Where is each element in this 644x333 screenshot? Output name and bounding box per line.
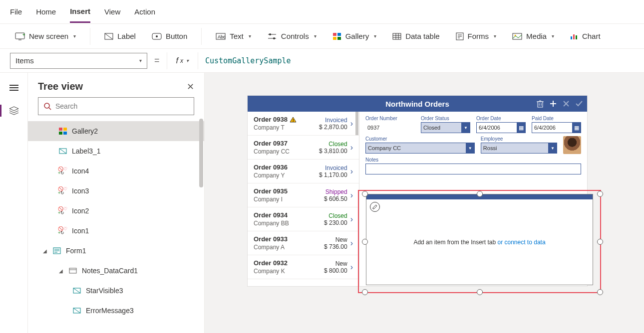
tree-search-box[interactable] xyxy=(38,97,194,115)
chart-button[interactable]: Chart xyxy=(565,28,606,44)
tab-insert[interactable]: Insert xyxy=(70,1,90,23)
order-company: Company K xyxy=(254,268,324,275)
order-company: Company T xyxy=(254,124,319,131)
tree-node-notes-datacard[interactable]: ◢Notes_DataCard1 xyxy=(28,261,204,281)
order-row[interactable]: Order 0932 Company KNew$ 800.00› xyxy=(248,255,359,279)
orders-gallery[interactable]: Order 0938 !Company TInvoiced$ 2,870.00›… xyxy=(248,112,359,286)
data-table-button[interactable]: Data table xyxy=(387,28,444,44)
employee-dropdown[interactable]: Rossi xyxy=(481,143,557,154)
formula-input[interactable]: CustomGallerySample xyxy=(205,56,291,65)
label-icon xyxy=(104,32,113,40)
tab-home[interactable]: Home xyxy=(36,1,56,22)
tree-node-icon3[interactable]: 🚫♡+↻Icon3 xyxy=(28,181,204,201)
order-company: Company A xyxy=(254,244,324,251)
employee-label: Employee xyxy=(481,136,557,142)
chart-label: Chart xyxy=(582,32,601,40)
order-price: $ 800.00 xyxy=(324,267,347,274)
canvas[interactable]: Northwind Orders Order 0938 !Company TIn… xyxy=(205,73,644,333)
order-status: New xyxy=(324,260,347,267)
property-dropdown[interactable]: Items ▾ xyxy=(10,53,147,69)
tree-node-icon1[interactable]: 🚫♡+↻Icon1 xyxy=(28,221,204,241)
chart-icon xyxy=(570,33,578,40)
hamburger-button[interactable] xyxy=(4,80,24,96)
svg-rect-29 xyxy=(573,34,575,39)
tree-node-icon2[interactable]: 🚫♡+↻Icon2 xyxy=(28,201,204,221)
chevron-right-icon: › xyxy=(347,167,353,176)
svg-point-10 xyxy=(269,33,271,35)
cancel-icon[interactable] xyxy=(562,100,570,108)
order-id: Order 0938 xyxy=(254,116,288,123)
svg-text:!: ! xyxy=(293,118,294,123)
tree-node-errormessage[interactable]: ErrorMessage3 xyxy=(28,301,204,321)
calendar-icon: ▦ xyxy=(517,122,526,133)
order-price: $ 230.00 xyxy=(324,219,347,226)
new-screen-button[interactable]: + New screen▾ xyxy=(10,28,81,44)
order-id: Order 0932 xyxy=(254,259,288,267)
fx-button[interactable]: fx▾ xyxy=(174,56,191,65)
tree-view-title: Tree view xyxy=(38,81,83,92)
controls-button[interactable]: Controls▾ xyxy=(262,28,322,44)
order-row[interactable]: Order 0937 Company CCClosed$ 3,810.00› xyxy=(248,136,359,160)
order-row[interactable]: Order 0936 Company YInvoiced$ 1,170.00› xyxy=(248,160,359,183)
trash-icon[interactable] xyxy=(536,100,544,108)
order-row[interactable]: Order 0935 Company IShipped$ 606.50› xyxy=(248,183,359,207)
media-button[interactable]: Media▾ xyxy=(507,28,559,44)
resize-handle[interactable] xyxy=(597,289,603,295)
tab-view[interactable]: View xyxy=(104,1,120,22)
resize-handle[interactable] xyxy=(362,289,368,295)
order-price: $ 3,810.00 xyxy=(319,148,347,155)
tree-node-label31[interactable]: Label3_1 xyxy=(28,141,204,161)
tab-action[interactable]: Action xyxy=(134,1,155,22)
order-status: Invoiced xyxy=(319,117,347,124)
resize-handle[interactable] xyxy=(597,191,603,197)
resize-handle[interactable] xyxy=(477,289,483,295)
text-icon: Abc xyxy=(216,33,226,40)
tree-node-starvisible[interactable]: StarVisible3 xyxy=(28,281,204,301)
tree-node-gallery2[interactable]: Gallery2 xyxy=(28,121,204,141)
tree-search-input[interactable] xyxy=(55,102,189,110)
text-button[interactable]: Abc Text▾ xyxy=(211,28,256,44)
forms-button[interactable]: Forms▾ xyxy=(451,28,502,44)
screen-icon: + xyxy=(15,32,25,40)
order-row[interactable]: Order 0933 Company ANew$ 736.00› xyxy=(248,231,359,255)
button-label: Button xyxy=(166,32,187,40)
app-preview: Northwind Orders Order 0938 !Company TIn… xyxy=(248,96,587,286)
order-row[interactable]: Order 0934 Company BBClosed$ 230.00› xyxy=(248,207,359,231)
svg-text:+: + xyxy=(22,32,25,37)
button-button[interactable]: Button xyxy=(147,28,192,44)
button-icon xyxy=(152,33,162,40)
close-tree-button[interactable]: ✕ xyxy=(187,81,194,92)
chevron-down-icon: ▾ xyxy=(139,58,142,63)
resize-handle[interactable] xyxy=(597,239,603,245)
calendar-icon: ▦ xyxy=(572,122,581,133)
new-screen-label: New screen xyxy=(29,32,68,40)
chevron-down-icon: ▾ xyxy=(314,33,317,39)
order-status: Invoiced xyxy=(319,165,347,171)
media-icon xyxy=(512,33,522,40)
order-row[interactable]: Order 0938 !Company TInvoiced$ 2,870.00› xyxy=(248,112,359,136)
icon-icon: 🚫♡+↻ xyxy=(58,167,68,175)
label-button[interactable]: Label xyxy=(99,28,141,44)
order-company: Company I xyxy=(254,196,324,203)
tree-node-form1[interactable]: ◢Form1 xyxy=(28,241,204,261)
plus-icon[interactable] xyxy=(549,100,557,108)
tree-node-label: Label3_1 xyxy=(72,147,101,155)
tab-file[interactable]: File xyxy=(10,1,22,22)
form-icon xyxy=(52,247,62,254)
tree-node-icon4[interactable]: 🚫♡+↻Icon4 xyxy=(28,161,204,181)
tree-scrollbar[interactable] xyxy=(199,119,203,187)
check-icon[interactable] xyxy=(575,100,583,108)
customer-dropdown[interactable]: Company CC xyxy=(365,143,475,154)
chevron-right-icon: › xyxy=(347,119,353,128)
chevron-right-icon: › xyxy=(347,191,353,200)
order-id: Order 0933 xyxy=(254,235,288,243)
tree-view-rail-button[interactable] xyxy=(4,103,24,119)
order-status: Closed xyxy=(319,141,347,148)
svg-text:Abc: Abc xyxy=(218,34,226,39)
tree-node-label: Icon3 xyxy=(72,187,89,195)
gallery-button[interactable]: Gallery▾ xyxy=(327,28,382,44)
notes-input[interactable] xyxy=(365,164,581,174)
forms-label: Forms xyxy=(468,32,489,40)
search-icon xyxy=(43,102,51,110)
svg-point-6 xyxy=(156,35,158,37)
